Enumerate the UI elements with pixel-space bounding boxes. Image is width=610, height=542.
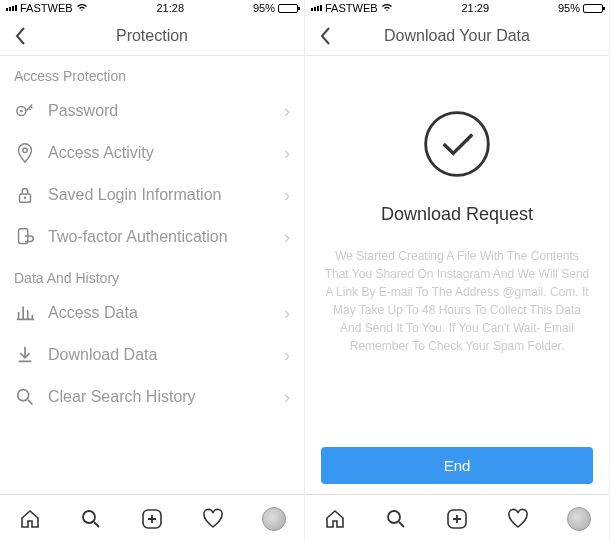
svg-point-10 [388, 511, 400, 523]
desc-email: @gmail. Com. [502, 285, 578, 299]
svg-point-7 [83, 511, 95, 523]
menu-item-access-activity[interactable]: Access Activity › [0, 132, 304, 174]
checkmark-circle-icon [419, 106, 495, 182]
heart-icon[interactable] [200, 506, 226, 532]
menu-label: Password [48, 102, 272, 120]
lock-icon [14, 184, 36, 206]
menu-item-saved-login[interactable]: Saved Login Information › [0, 174, 304, 216]
signal-icon [6, 5, 17, 11]
menu-label: Two-factor Authentication [48, 228, 272, 246]
status-bar: FASTWEB 21:29 95% [305, 0, 609, 16]
battery-icon [278, 4, 298, 13]
svg-point-1 [20, 110, 23, 113]
back-button[interactable] [0, 26, 40, 46]
wifi-icon [381, 2, 393, 14]
menu-item-two-factor[interactable]: Two-factor Authentication › [0, 216, 304, 258]
home-icon[interactable] [17, 506, 43, 532]
nav-bar: Download Your Data [305, 16, 609, 56]
svg-point-2 [23, 148, 28, 153]
location-icon [14, 142, 36, 164]
back-button[interactable] [305, 26, 345, 46]
search-tab-icon[interactable] [383, 506, 409, 532]
chevron-right-icon: › [284, 345, 290, 366]
menu-item-clear-search[interactable]: Clear Search History › [0, 376, 304, 418]
profile-avatar[interactable] [566, 506, 592, 532]
download-confirmation: Download Request We Started Creating A F… [305, 56, 609, 437]
profile-avatar[interactable] [261, 506, 287, 532]
status-time: 21:28 [157, 2, 185, 14]
svg-point-6 [18, 390, 29, 401]
add-post-icon[interactable] [444, 506, 470, 532]
chevron-right-icon: › [284, 143, 290, 164]
download-heading: Download Request [381, 204, 533, 225]
menu-label: Saved Login Information [48, 186, 272, 204]
settings-list: Access Protection Password › Access Acti… [0, 56, 304, 494]
search-icon [14, 386, 36, 408]
page-title: Download Your Data [305, 27, 609, 45]
svg-point-4 [24, 197, 26, 199]
nav-bar: Protection [0, 16, 304, 56]
battery-percent: 95% [558, 2, 580, 14]
status-bar: FASTWEB 21:28 95% [0, 0, 304, 16]
download-icon [14, 344, 36, 366]
chevron-right-icon: › [284, 101, 290, 122]
carrier-label: FASTWEB [325, 2, 378, 14]
shield-icon [14, 226, 36, 248]
menu-item-download-data[interactable]: Download Data › [0, 334, 304, 376]
download-data-screen: FASTWEB 21:29 95% Download Your Data Dow… [305, 0, 610, 542]
menu-label: Access Activity [48, 144, 272, 162]
add-post-icon[interactable] [139, 506, 165, 532]
protection-screen: FASTWEB 21:28 95% Protection Access Prot… [0, 0, 305, 542]
chart-icon [14, 302, 36, 324]
signal-icon [311, 5, 322, 11]
chevron-right-icon: › [284, 227, 290, 248]
section-header-access: Access Protection [0, 56, 304, 90]
search-tab-icon[interactable] [78, 506, 104, 532]
page-title: Protection [0, 27, 304, 45]
carrier-label: FASTWEB [20, 2, 73, 14]
home-icon[interactable] [322, 506, 348, 532]
end-button[interactable]: End [321, 447, 593, 484]
download-description: We Started Creating A File With The Cont… [323, 247, 591, 355]
menu-item-access-data[interactable]: Access Data › [0, 292, 304, 334]
wifi-icon [76, 2, 88, 14]
section-header-data: Data And History [0, 258, 304, 292]
svg-point-9 [426, 113, 489, 176]
menu-label: Download Data [48, 346, 272, 364]
menu-label: Access Data [48, 304, 272, 322]
status-time: 21:29 [462, 2, 490, 14]
chevron-right-icon: › [284, 185, 290, 206]
chevron-right-icon: › [284, 387, 290, 408]
battery-percent: 95% [253, 2, 275, 14]
tab-bar [305, 494, 609, 542]
menu-item-password[interactable]: Password › [0, 90, 304, 132]
bottom-action-area: End [305, 437, 609, 494]
tab-bar [0, 494, 304, 542]
chevron-right-icon: › [284, 303, 290, 324]
key-icon [14, 100, 36, 122]
menu-label: Clear Search History [48, 388, 272, 406]
battery-icon [583, 4, 603, 13]
heart-icon[interactable] [505, 506, 531, 532]
